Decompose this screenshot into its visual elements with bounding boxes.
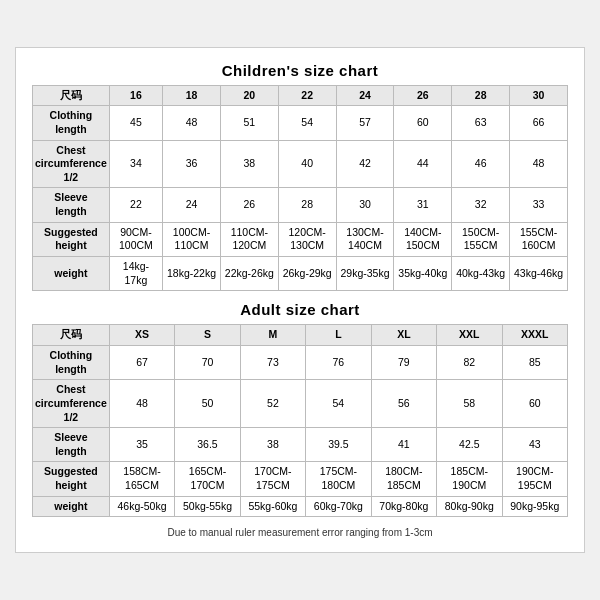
table-row: Chest circumference 1/23436384042444648 xyxy=(33,140,568,188)
cell-2-2: 26 xyxy=(220,188,278,222)
cell-3-6: 150CM-155CM xyxy=(452,222,510,256)
cell-0-1: 70 xyxy=(175,345,240,379)
cell-2-0: 35 xyxy=(109,428,174,462)
cell-3-1: 165CM-170CM xyxy=(175,462,240,496)
cell-0-1: 48 xyxy=(163,106,221,140)
cell-3-3: 120CM-130CM xyxy=(278,222,336,256)
adult-table: 尺码XSSMLXLXXLXXXL Clothing length67707376… xyxy=(32,324,568,517)
cell-2-3: 39.5 xyxy=(306,428,371,462)
cell-3-3: 175CM-180CM xyxy=(306,462,371,496)
cell-2-6: 32 xyxy=(452,188,510,222)
table-row: Clothing length67707376798285 xyxy=(33,345,568,379)
cell-0-4: 57 xyxy=(336,106,394,140)
cell-4-4: 29kg-35kg xyxy=(336,257,394,291)
children-table: 尺码1618202224262830 Clothing length454851… xyxy=(32,85,568,292)
cell-4-6: 90kg-95kg xyxy=(502,496,567,517)
cell-3-0: 158CM-165CM xyxy=(109,462,174,496)
cell-3-5: 185CM-190CM xyxy=(437,462,502,496)
cell-3-6: 190CM-195CM xyxy=(502,462,567,496)
row-label-4: weight xyxy=(33,496,110,517)
cell-4-0: 46kg-50kg xyxy=(109,496,174,517)
header-cell-3: M xyxy=(240,325,305,346)
cell-4-3: 60kg-70kg xyxy=(306,496,371,517)
children-header-row: 尺码1618202224262830 xyxy=(33,85,568,106)
header-cell-1: XS xyxy=(109,325,174,346)
cell-4-1: 50kg-55kg xyxy=(175,496,240,517)
cell-4-7: 43kg-46kg xyxy=(510,257,568,291)
header-cell-7: XXXL xyxy=(502,325,567,346)
cell-4-5: 35kg-40kg xyxy=(394,257,452,291)
children-chart-title: Children's size chart xyxy=(32,62,568,79)
row-label-0: Clothing length xyxy=(33,345,110,379)
cell-0-2: 73 xyxy=(240,345,305,379)
cell-0-6: 63 xyxy=(452,106,510,140)
cell-2-5: 31 xyxy=(394,188,452,222)
size-chart-container: Children's size chart 尺码1618202224262830… xyxy=(15,47,585,554)
cell-2-7: 33 xyxy=(510,188,568,222)
cell-4-4: 70kg-80kg xyxy=(371,496,436,517)
cell-2-1: 24 xyxy=(163,188,221,222)
table-row: Suggested height158CM-165CM165CM-170CM17… xyxy=(33,462,568,496)
header-cell-6: XXL xyxy=(437,325,502,346)
cell-1-3: 54 xyxy=(306,380,371,428)
cell-0-2: 51 xyxy=(220,106,278,140)
row-label-2: Sleeve length xyxy=(33,188,110,222)
cell-3-4: 130CM-140CM xyxy=(336,222,394,256)
header-cell-1: 16 xyxy=(109,85,162,106)
cell-1-7: 48 xyxy=(510,140,568,188)
cell-4-2: 55kg-60kg xyxy=(240,496,305,517)
cell-1-1: 36 xyxy=(163,140,221,188)
row-label-2: Sleeve length xyxy=(33,428,110,462)
cell-0-0: 45 xyxy=(109,106,162,140)
cell-2-0: 22 xyxy=(109,188,162,222)
row-label-3: Suggested height xyxy=(33,462,110,496)
cell-1-5: 44 xyxy=(394,140,452,188)
table-row: Sleeve length3536.53839.54142.543 xyxy=(33,428,568,462)
cell-0-4: 79 xyxy=(371,345,436,379)
cell-1-0: 48 xyxy=(109,380,174,428)
row-label-1: Chest circumference 1/2 xyxy=(33,380,110,428)
cell-1-3: 40 xyxy=(278,140,336,188)
cell-2-1: 36.5 xyxy=(175,428,240,462)
table-row: Suggested height90CM-100CM100CM-110CM110… xyxy=(33,222,568,256)
cell-0-3: 76 xyxy=(306,345,371,379)
cell-3-5: 140CM-150CM xyxy=(394,222,452,256)
cell-3-2: 170CM-175CM xyxy=(240,462,305,496)
cell-0-5: 60 xyxy=(394,106,452,140)
cell-0-3: 54 xyxy=(278,106,336,140)
header-cell-4: 22 xyxy=(278,85,336,106)
cell-4-6: 40kg-43kg xyxy=(452,257,510,291)
header-cell-2: S xyxy=(175,325,240,346)
adult-chart-title: Adult size chart xyxy=(32,301,568,318)
cell-1-4: 56 xyxy=(371,380,436,428)
table-row: Clothing length4548515457606366 xyxy=(33,106,568,140)
cell-4-2: 22kg-26kg xyxy=(220,257,278,291)
cell-1-4: 42 xyxy=(336,140,394,188)
header-cell-0: 尺码 xyxy=(33,325,110,346)
cell-1-2: 38 xyxy=(220,140,278,188)
row-label-0: Clothing length xyxy=(33,106,110,140)
header-cell-6: 26 xyxy=(394,85,452,106)
cell-2-5: 42.5 xyxy=(437,428,502,462)
row-label-3: Suggested height xyxy=(33,222,110,256)
cell-3-7: 155CM-160CM xyxy=(510,222,568,256)
cell-4-0: 14kg-17kg xyxy=(109,257,162,291)
header-cell-4: L xyxy=(306,325,371,346)
cell-3-0: 90CM-100CM xyxy=(109,222,162,256)
cell-4-3: 26kg-29kg xyxy=(278,257,336,291)
header-cell-8: 30 xyxy=(510,85,568,106)
header-cell-5: 24 xyxy=(336,85,394,106)
cell-1-6: 46 xyxy=(452,140,510,188)
cell-0-5: 82 xyxy=(437,345,502,379)
cell-2-3: 28 xyxy=(278,188,336,222)
cell-0-0: 67 xyxy=(109,345,174,379)
cell-1-5: 58 xyxy=(437,380,502,428)
cell-0-7: 66 xyxy=(510,106,568,140)
header-cell-0: 尺码 xyxy=(33,85,110,106)
cell-4-1: 18kg-22kg xyxy=(163,257,221,291)
cell-2-2: 38 xyxy=(240,428,305,462)
table-row: Chest circumference 1/248505254565860 xyxy=(33,380,568,428)
cell-4-5: 80kg-90kg xyxy=(437,496,502,517)
header-cell-7: 28 xyxy=(452,85,510,106)
cell-3-4: 180CM-185CM xyxy=(371,462,436,496)
